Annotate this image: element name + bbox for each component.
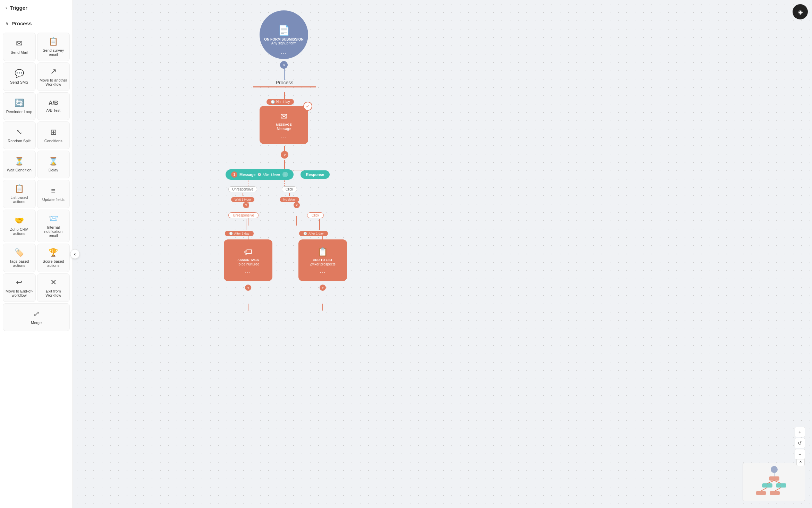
sidebar-item-score-based-actions[interactable]: 🏆 Score based actions bbox=[37, 244, 70, 272]
vert-line1 bbox=[243, 193, 243, 196]
merge-icon: ⤢ bbox=[33, 310, 40, 319]
sidebar-item-label: Move to End-of-workflow bbox=[5, 289, 33, 297]
message-branch[interactable]: 1 Message 🕐 After 1 hour i bbox=[226, 169, 294, 180]
zoom-reset-button[interactable]: ↺ bbox=[795, 438, 805, 448]
chevron-circle: ∨ bbox=[281, 151, 288, 159]
sidebar-item-label: Send SMS bbox=[10, 80, 28, 84]
sidebar-grid: ✉ Send Mail 📋 Send survey email 💬 Send S… bbox=[0, 31, 73, 332]
minimap-close-icon: × bbox=[799, 459, 802, 464]
sidebar-item-send-sms[interactable]: 💬 Send SMS bbox=[3, 62, 36, 91]
trigger-title: ON FORM SUBMISSION bbox=[264, 37, 303, 41]
add-to-list-node[interactable]: 📋 ADD TO LIST Zyiker prospects ... bbox=[298, 239, 347, 281]
toggle-sidebar-icon: ‹ bbox=[74, 251, 76, 257]
right-after-inner: 🕐 After 1 day bbox=[299, 231, 328, 236]
sidebar-item-label: Wait Condition bbox=[7, 168, 32, 172]
sidebar-item-label: A/B Test bbox=[46, 108, 60, 112]
sidebar-item-move-workflow[interactable]: ↗ Move to another Workflow bbox=[37, 62, 70, 91]
process-underline bbox=[253, 86, 316, 87]
click-column: Click No delay bbox=[280, 186, 299, 202]
right-after-badge: 🕐 After 1 day bbox=[299, 231, 328, 238]
svg-rect-19 bbox=[762, 483, 772, 488]
process-text: Process bbox=[243, 80, 326, 85]
sidebar-item-label: Score based actions bbox=[40, 259, 68, 268]
vline-right bbox=[319, 219, 320, 230]
sidebar-item-label: Conditions bbox=[44, 139, 62, 143]
zoho-crm-icon: 🤝 bbox=[15, 216, 24, 225]
zoom-out-button[interactable]: − bbox=[795, 449, 805, 459]
trigger-label: Trigger bbox=[10, 5, 27, 11]
delay-icon: ⌛ bbox=[49, 157, 58, 166]
bottom-click-label: Click bbox=[307, 212, 324, 218]
ab-test-icon: A/B bbox=[49, 100, 58, 106]
trigger-node[interactable]: 📄 ON FORM SUBMISSION Any signup form ...… bbox=[260, 10, 308, 59]
sidebar-item-random-split[interactable]: ⤡ Random Split bbox=[3, 121, 36, 149]
assign-tags-node[interactable]: 🏷 ASSIGN TAGS To be nurtured ... bbox=[224, 239, 272, 281]
sidebar-item-update-fields[interactable]: ≡ Update fields bbox=[37, 180, 70, 208]
sidebar-item-exit-workflow[interactable]: ✕ Exit from Workflow bbox=[37, 273, 70, 302]
response-branch[interactable]: Response bbox=[301, 170, 330, 179]
sidebar-item-zoho-crm[interactable]: 🤝 Zoho CRM actions bbox=[3, 210, 36, 242]
sidebar-item-delay[interactable]: ⌛ Delay bbox=[37, 151, 70, 178]
zoom-reset-icon: ↺ bbox=[798, 440, 802, 446]
top-logo: ◈ bbox=[793, 4, 808, 19]
vert-line2 bbox=[289, 193, 290, 196]
unresponsive-column: Unresponsive Wait 1 Hour bbox=[228, 186, 257, 202]
svg-rect-18 bbox=[769, 476, 779, 481]
sidebar-item-reminder-loop[interactable]: 🔄 Reminder Loop bbox=[3, 92, 36, 120]
svg-line-25 bbox=[774, 481, 781, 483]
add-to-list-inner[interactable]: 📋 ADD TO LIST Zyiker prospects ... bbox=[298, 239, 347, 281]
sidebar-item-wait-condition[interactable]: ⏳ Wait Condition bbox=[3, 151, 36, 178]
add-to-list-title: ADD TO LIST bbox=[313, 258, 332, 262]
minimap-svg bbox=[743, 463, 805, 501]
add-to-list-sub: Zyiker prospects bbox=[310, 262, 335, 266]
sidebar-item-label: Zoho CRM actions bbox=[5, 227, 33, 236]
trigger-icon: 📄 bbox=[278, 25, 290, 36]
message-node[interactable]: ✓ ✉ MESSAGE Message ... bbox=[260, 106, 308, 144]
trigger-section[interactable]: › Trigger bbox=[0, 0, 73, 16]
chevron4: ∨ bbox=[320, 285, 326, 291]
sidebar-item-tags-based-actions[interactable]: 🏷️ Tags based actions bbox=[3, 244, 36, 272]
assign-tags-sub: To be nurtured bbox=[237, 262, 260, 266]
sidebar-item-merge[interactable]: ⤢ Merge bbox=[3, 303, 70, 331]
message-dots: ... bbox=[281, 133, 287, 138]
sidebar-item-label: Update fields bbox=[42, 197, 65, 202]
svg-point-17 bbox=[771, 466, 778, 473]
svg-line-26 bbox=[761, 488, 767, 491]
bottom-click-text: Click bbox=[307, 212, 324, 218]
minimap: × bbox=[743, 463, 805, 501]
score-based-actions-icon: 🏆 bbox=[49, 248, 58, 257]
sidebar-item-internal-notification[interactable]: 📨 Internal notification email bbox=[37, 210, 70, 242]
clock-icon4: 🕐 bbox=[303, 232, 307, 235]
svg-rect-20 bbox=[776, 483, 786, 488]
chevron-left-bottom: ∨ bbox=[245, 285, 251, 291]
toggle-sidebar-button[interactable]: ‹ bbox=[70, 249, 80, 259]
add-to-list-dots: ... bbox=[320, 268, 326, 274]
sidebar-item-conditions[interactable]: ⊞ Conditions bbox=[37, 121, 70, 149]
reminder-loop-icon: 🔄 bbox=[15, 99, 24, 108]
assign-tags-inner[interactable]: 🏷 ASSIGN TAGS To be nurtured ... bbox=[224, 239, 272, 281]
message-node-inner[interactable]: ✓ ✉ MESSAGE Message ... bbox=[260, 106, 308, 144]
message-icon: ✉ bbox=[280, 112, 287, 121]
vline-left bbox=[246, 219, 246, 230]
chevron-unresponsive: ∨ bbox=[243, 202, 249, 208]
trigger-dots: ... bbox=[281, 49, 287, 55]
sidebar-item-send-mail[interactable]: ✉ Send Mail bbox=[3, 33, 36, 61]
no-delay-badge[interactable]: 🕐 No delay bbox=[267, 99, 294, 106]
clock-icon2: 🕐 bbox=[257, 173, 261, 176]
check-badge: ✓ bbox=[303, 102, 312, 111]
info-icon: i bbox=[282, 172, 288, 177]
process-label: Process bbox=[243, 80, 326, 87]
wait-1hour-badge: Wait 1 Hour bbox=[231, 197, 254, 202]
chevron-click: ∨ bbox=[294, 202, 300, 208]
zoom-out-icon: − bbox=[798, 451, 801, 457]
sidebar-item-move-end-workflow[interactable]: ↩ Move to End-of-workflow bbox=[3, 273, 36, 302]
trigger-circle[interactable]: 📄 ON FORM SUBMISSION Any signup form ...… bbox=[260, 10, 308, 59]
sidebar-item-ab-test[interactable]: A/B A/B Test bbox=[37, 92, 70, 120]
sidebar-item-list-based-actions[interactable]: 📋 List based actions bbox=[3, 180, 36, 208]
delay-badge-inner: 🕐 No delay bbox=[267, 99, 294, 105]
process-section[interactable]: ∨ Process bbox=[0, 16, 73, 31]
logo-icon: ◈ bbox=[798, 8, 803, 16]
sidebar-item-send-survey-email[interactable]: 📋 Send survey email bbox=[37, 33, 70, 61]
message-chevron: ∨ bbox=[281, 151, 288, 159]
zoom-in-button[interactable]: + bbox=[795, 427, 805, 437]
